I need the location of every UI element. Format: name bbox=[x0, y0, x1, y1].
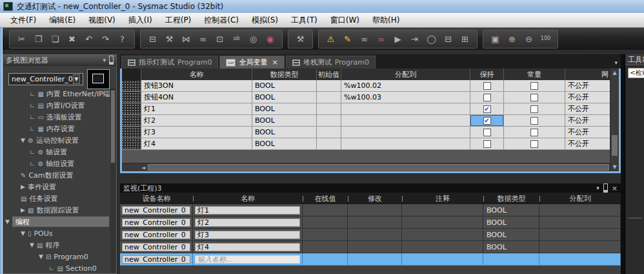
watch-title-bar[interactable]: 监视(工程)3 ▾ × bbox=[120, 184, 621, 193]
monitor-window-icon[interactable]: ⊞ bbox=[458, 32, 472, 46]
programming-section-bar[interactable]: 编程 bbox=[12, 216, 109, 227]
program-check-error-icon[interactable]: ∞ bbox=[374, 32, 388, 46]
glasses-check-icon[interactable]: ∞ bbox=[196, 32, 210, 46]
tree-item-memory-settings[interactable]: ∟ ▦ 内存设置 bbox=[3, 123, 110, 134]
constant-checkbox[interactable] bbox=[530, 105, 538, 113]
var-init-cell[interactable] bbox=[317, 80, 341, 91]
var-constant-cell[interactable] bbox=[504, 80, 565, 91]
var-name-cell[interactable]: 按钮4ON bbox=[141, 92, 252, 103]
tab-stack-test[interactable]: 堆栈测试 Program0 bbox=[286, 56, 376, 68]
var-init-cell[interactable] bbox=[317, 127, 341, 138]
comment-cell[interactable] bbox=[402, 241, 483, 253]
online-value-cell[interactable] bbox=[303, 216, 348, 228]
var-at-cell[interactable] bbox=[341, 103, 470, 114]
var-constant-cell[interactable] bbox=[504, 103, 565, 114]
delete-icon[interactable]: ✖ bbox=[65, 32, 79, 46]
panel-menu-icon[interactable]: ▾ bbox=[103, 57, 106, 63]
header-data-type[interactable]: 数据类型 bbox=[252, 68, 317, 80]
menu-window[interactable]: 窗口(W) bbox=[324, 13, 366, 27]
watch-row-new-entry[interactable]: new_Controller_0 bbox=[120, 253, 621, 266]
tree-item-programs[interactable]: ▼ ▤ 程序 bbox=[3, 239, 110, 251]
comment-cell[interactable] bbox=[402, 253, 483, 265]
var-type-cell[interactable]: BOOL bbox=[252, 138, 317, 149]
var-type-cell[interactable]: BOOL bbox=[252, 127, 317, 138]
var-init-cell[interactable] bbox=[317, 103, 341, 114]
menu-file[interactable]: 文件(F) bbox=[4, 13, 43, 27]
controller-select[interactable]: new_Controller_0 ▼ bbox=[8, 73, 83, 85]
paste-icon[interactable]: ❏ bbox=[48, 32, 63, 46]
toolbox-search-input[interactable]: <检索 bbox=[628, 68, 644, 78]
row-drag-handle[interactable] bbox=[122, 115, 141, 126]
vertical-scrollbar[interactable]: ▲ ▼ bbox=[610, 68, 619, 171]
var-name-cell[interactable]: 灯1 bbox=[141, 103, 252, 114]
device-name-cell[interactable]: new_Controller_0 bbox=[122, 255, 190, 264]
rename-icon[interactable]: ab bbox=[229, 32, 244, 46]
header-initial-value[interactable]: 初始值 bbox=[317, 68, 341, 80]
tab-global-variables[interactable]: var 全局变量 × bbox=[219, 56, 284, 68]
var-at-cell[interactable] bbox=[341, 115, 470, 126]
var-type-cell[interactable]: BOOL bbox=[252, 80, 317, 91]
expand-icon[interactable]: ▼ bbox=[5, 218, 10, 225]
menu-tools[interactable]: 工具(T) bbox=[285, 13, 324, 27]
var-retain-cell[interactable] bbox=[470, 127, 504, 138]
step-icon[interactable]: ⇥ bbox=[407, 32, 422, 46]
new-variable-name-input[interactable] bbox=[195, 255, 300, 264]
var-constant-cell[interactable] bbox=[504, 92, 565, 103]
var-retain-cell[interactable] bbox=[470, 80, 504, 91]
online-value-cell[interactable] bbox=[303, 229, 348, 240]
constant-checkbox[interactable] bbox=[530, 94, 538, 101]
online-value-cell[interactable] bbox=[303, 253, 348, 265]
scroll-left-icon[interactable]: ◄ bbox=[139, 165, 148, 171]
modify-cell[interactable] bbox=[348, 253, 402, 265]
device-name-cell[interactable]: new_Controller_0 bbox=[122, 218, 190, 227]
tree-item-section0[interactable]: ∟ ▤ Section0 bbox=[3, 262, 110, 273]
retain-checkbox[interactable] bbox=[483, 94, 491, 101]
header-name[interactable]: 名称 bbox=[141, 68, 252, 80]
tree-item-builtin-io[interactable]: ∟ ▤ 内置I/O设置 bbox=[3, 100, 110, 111]
var-network-cell[interactable]: 不公开 bbox=[565, 80, 610, 91]
row-drag-handle[interactable] bbox=[122, 138, 141, 149]
row-drag-handle[interactable] bbox=[122, 80, 141, 91]
multiview-explorer-header[interactable]: 多视图浏览器 ▾ bbox=[3, 55, 116, 66]
expand-icon[interactable]: ▶ bbox=[21, 207, 25, 213]
undo-icon[interactable]: ↶ bbox=[81, 32, 96, 46]
online-value-cell[interactable] bbox=[303, 241, 348, 253]
run-icon[interactable]: ▶ bbox=[390, 32, 405, 46]
tree-item-cam-data[interactable]: ✎ Cam数据设置 bbox=[3, 169, 110, 181]
var-retain-cell[interactable] bbox=[470, 92, 504, 103]
rebuild-icon[interactable]: ✎ bbox=[340, 32, 355, 46]
help-icon[interactable]: ? bbox=[115, 32, 130, 46]
tree-item-programming[interactable]: ▼ 编程 bbox=[3, 216, 110, 227]
menu-controller[interactable]: 控制器(C) bbox=[197, 13, 245, 27]
var-type-cell[interactable]: BOOL bbox=[252, 92, 317, 103]
var-name-cell[interactable]: 按钮3ON bbox=[141, 80, 252, 91]
header-retain[interactable]: 保持 bbox=[470, 68, 504, 80]
var-at-cell[interactable]: %w100.02 bbox=[341, 80, 470, 91]
tree-item-motion-control[interactable]: ▼ ⚙ 运动控制设置 bbox=[3, 134, 110, 146]
header-data-type[interactable]: 数据类型 bbox=[483, 194, 539, 204]
var-at-cell[interactable] bbox=[341, 138, 470, 149]
constant-checkbox[interactable] bbox=[530, 129, 538, 136]
var-retain-cell[interactable] bbox=[470, 138, 504, 149]
retain-checkbox[interactable] bbox=[483, 117, 491, 125]
row-drag-handle[interactable] bbox=[122, 103, 141, 114]
variable-name-cell[interactable]: 灯4 bbox=[195, 243, 300, 251]
modify-cell[interactable] bbox=[348, 229, 402, 240]
row-drag-handle[interactable] bbox=[122, 92, 141, 103]
tree-item-pous[interactable]: ▼ ▯ POUs bbox=[3, 227, 110, 239]
retain-checkbox[interactable] bbox=[483, 129, 491, 136]
var-init-cell[interactable] bbox=[317, 138, 341, 149]
comment-cell[interactable] bbox=[402, 229, 483, 240]
title-bar[interactable]: 交通灯测试 - new_Controller_0 - Sysmac Studio… bbox=[0, 0, 644, 13]
variable-name-cell[interactable]: 灯2 bbox=[195, 218, 300, 227]
controller-device-icon[interactable] bbox=[87, 69, 110, 89]
menu-view[interactable]: 视图(V) bbox=[82, 13, 122, 27]
var-at-cell[interactable]: %w100.03 bbox=[341, 92, 470, 103]
var-constant-cell[interactable] bbox=[504, 115, 565, 126]
close-icon[interactable]: × bbox=[612, 184, 618, 193]
program-check-icon[interactable]: ∞ bbox=[357, 32, 372, 46]
comment-cell[interactable] bbox=[402, 216, 483, 228]
scroll-down-icon[interactable]: ▼ bbox=[610, 164, 619, 170]
pin-icon[interactable] bbox=[109, 56, 114, 65]
var-init-cell[interactable] bbox=[317, 92, 341, 103]
